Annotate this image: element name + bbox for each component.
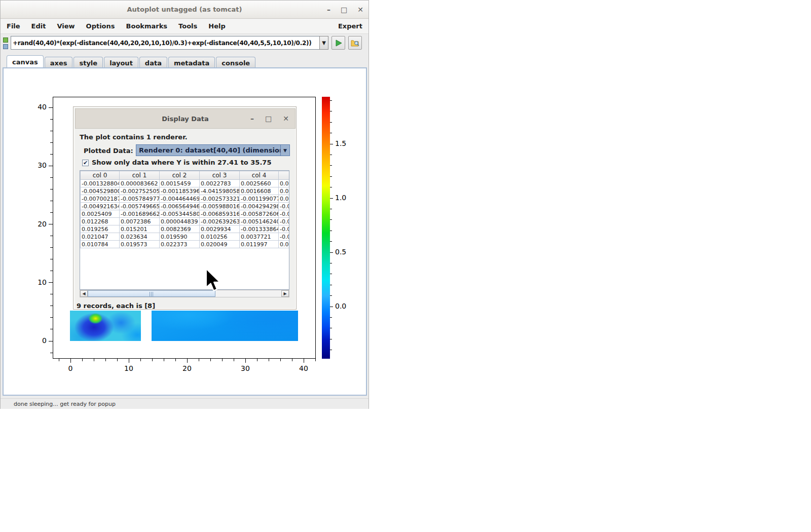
x-major-tick — [245, 359, 246, 363]
menu-item-options[interactable]: Options — [86, 22, 115, 30]
data-table: col 0col 1col 2col 3col 4 -0.001328804..… — [80, 171, 289, 248]
tab-console[interactable]: console — [216, 57, 255, 67]
dialog-maximize-icon[interactable]: □ — [265, 115, 272, 122]
colorbar-tick-label: 0.5 — [335, 248, 352, 256]
table-row[interactable]: 0.0192560.0152010.00823690.0029934-0.001… — [81, 225, 289, 233]
colorbar-minor-tick — [330, 285, 332, 285]
heatmap-tile-right[interactable] — [152, 311, 298, 341]
chevron-down-icon: ▼ — [280, 145, 289, 156]
menu-item-view[interactable]: View — [57, 22, 75, 30]
title-bar[interactable]: Autoplot untagged (as tomcat) – □ ✕ — [1, 1, 368, 19]
thumb-grip — [150, 292, 154, 296]
table-row[interactable]: -0.001328804...0.0000836620.00154590.002… — [81, 180, 289, 187]
x-major-tick — [304, 359, 304, 363]
datasource-status-icon[interactable] — [3, 37, 9, 50]
colorbar-minor-tick — [330, 187, 332, 187]
menu-item-tools[interactable]: Tools — [178, 22, 197, 30]
scroll-right-icon[interactable]: ▶ — [281, 290, 289, 297]
menu-expert[interactable]: Expert — [338, 22, 362, 30]
table-cell: 0.010784 — [81, 241, 120, 248]
uri-dropdown-icon[interactable]: ▼ — [319, 36, 328, 50]
colorbar-minor-tick — [330, 241, 332, 242]
tab-axes[interactable]: axes — [45, 57, 73, 67]
tab-layout[interactable]: layout — [104, 57, 138, 67]
menu-item-help[interactable]: Help — [208, 22, 225, 30]
table-cell: -0.005146240... — [240, 218, 279, 225]
x-major-tick — [129, 359, 129, 363]
table-cell: -0.005749665... — [120, 203, 160, 210]
dialog-close-icon[interactable]: ✕ — [283, 115, 289, 122]
scroll-left-icon[interactable]: ◀ — [80, 290, 88, 297]
y-minor-tick — [50, 259, 53, 259]
colorbar-minor-tick — [330, 155, 332, 155]
table-cell: -0.0 — [279, 203, 289, 210]
scrollbar-thumb[interactable] — [88, 290, 215, 297]
table-cell: -0.004294298... — [240, 203, 279, 210]
table-row[interactable]: 0.0025409-0.001689662...-0.005344580...-… — [81, 210, 289, 218]
x-minor-tick — [222, 359, 223, 361]
table-cell: 0.00 — [279, 187, 289, 195]
heatmap-tile-left[interactable] — [70, 311, 141, 341]
dialog-minimize-icon[interactable]: – — [250, 115, 254, 122]
tab-metadata[interactable]: metadata — [168, 57, 215, 67]
table-header[interactable] — [279, 171, 289, 180]
tab-data[interactable]: data — [139, 57, 167, 67]
go-button[interactable] — [331, 36, 345, 50]
renderer-count-text: The plot contains 1 renderer. — [80, 133, 188, 141]
data-table-container[interactable]: col 0col 1col 2col 3col 4 -0.001328804..… — [80, 170, 289, 290]
y-major-tick — [49, 341, 53, 341]
table-cell: 0.0072386 — [120, 218, 160, 225]
table-cell: 0.012268 — [81, 218, 120, 225]
table-row[interactable]: 0.0122680.00723860.000044839-0.002639263… — [81, 218, 289, 225]
plotted-data-label: Plotted Data: — [84, 147, 133, 155]
table-header[interactable]: col 4 — [240, 171, 279, 180]
uri-input[interactable] — [11, 36, 320, 50]
table-cell: 0.00 — [279, 180, 289, 187]
table-cell: 0.019573 — [120, 241, 160, 248]
colorbar-tick-label: 0.0 — [335, 302, 352, 310]
table-cell: 0.0022783 — [200, 180, 240, 187]
minimize-icon[interactable]: – — [327, 6, 330, 13]
menu-item-file[interactable]: File — [7, 22, 20, 30]
table-row[interactable]: -0.004921634...-0.005749665...-0.0065649… — [81, 203, 289, 210]
table-header[interactable]: col 0 — [81, 171, 120, 180]
menu-item-bookmarks[interactable]: Bookmarks — [126, 22, 168, 30]
x-minor-tick — [152, 359, 153, 361]
y-minor-tick — [50, 271, 53, 271]
colorbar-minor-tick — [330, 231, 332, 231]
table-cell: -4.041598058... — [200, 187, 240, 195]
y-minor-tick — [50, 236, 53, 236]
table-row[interactable]: 0.0107840.0195730.0223730.0200490.011997… — [81, 241, 289, 248]
table-row[interactable]: -0.004529800...-0.002752505...-0.0011853… — [81, 187, 289, 195]
x-major-tick — [187, 359, 188, 363]
close-icon[interactable]: ✕ — [357, 6, 363, 13]
table-header[interactable]: col 1 — [120, 171, 160, 180]
table-cell: 0.00 — [279, 195, 289, 203]
menu-item-edit[interactable]: Edit — [31, 22, 46, 30]
table-cell: 0.000044839 — [160, 218, 200, 225]
horizontal-scrollbar[interactable]: ◀ ▶ — [80, 290, 289, 297]
table-header[interactable]: col 3 — [200, 171, 240, 180]
table-cell: -0.0 — [279, 233, 289, 241]
maximize-icon[interactable]: □ — [341, 6, 347, 13]
colorbar-minor-tick — [330, 133, 332, 133]
y-axis-tick-label: 20 — [29, 220, 47, 228]
x-minor-tick — [210, 359, 211, 361]
renderer-select[interactable]: Renderer 0: dataset[40,40] (dimension...… — [136, 144, 290, 156]
y-major-tick — [49, 107, 53, 108]
y-axis-tick-label: 0 — [29, 336, 47, 345]
y-minor-tick — [50, 353, 53, 353]
table-cell: -0.002639263... — [200, 218, 240, 225]
inspect-file-button[interactable] — [348, 36, 362, 50]
filter-checkbox[interactable] — [82, 160, 89, 166]
tab-bar: canvasaxesstylelayoutdatametadataconsole — [1, 55, 368, 67]
table-row[interactable]: 0.0210470.0236340.0195900.0102560.003772… — [81, 233, 289, 241]
tab-canvas[interactable]: canvas — [7, 55, 44, 67]
table-row[interactable]: -0.007002187...-0.005784977...-0.0044644… — [81, 195, 289, 203]
x-axis-tick-label: 40 — [295, 364, 312, 372]
table-cell: -0.0 — [279, 218, 289, 225]
table-header[interactable]: col 2 — [160, 171, 200, 180]
colorbar[interactable] — [322, 97, 330, 359]
tab-style[interactable]: style — [73, 57, 103, 67]
colorbar-minor-tick — [330, 295, 332, 296]
